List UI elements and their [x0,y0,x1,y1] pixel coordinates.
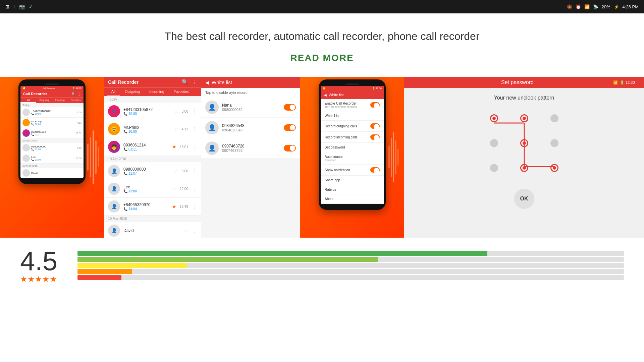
more-icon[interactable]: ⋮ [192,144,197,150]
toggle-incoming[interactable] [370,134,380,140]
svg-rect-2 [93,130,94,184]
settings-item: Auto source Cacorder [321,152,384,165]
panel-password: Set password 📶🔋 12:30 Your new unclook p… [404,77,644,238]
tab-incoming-1[interactable]: Incoming [52,98,68,103]
pattern-dot-9[interactable] [550,164,558,172]
toggle-outgoing[interactable] [370,123,380,129]
svg-rect-6 [391,138,392,177]
star-icon[interactable]: ☆ [184,228,188,233]
bar-bg [77,269,624,274]
settings-label: About [325,197,333,201]
tab-incoming-2[interactable]: Incoming [145,87,169,96]
rating-section: 4.5 ★★★★★ [0,238,644,294]
search-icon-2[interactable]: 🔍 [181,79,188,85]
more-icon-1[interactable]: ⋮ [77,92,81,96]
pattern-dot-7[interactable] [490,164,498,172]
star-icon[interactable]: ★ [172,204,176,209]
call-item: 👤 Lee 📞 13:00 ☆ 12:00 ⋮ [104,180,201,198]
avatar: 😊 [108,123,120,135]
toggle-contact3[interactable] [284,145,296,152]
battery-percent: 20% [602,4,610,9]
bar-bg [77,275,624,280]
more-icon[interactable]: ⋮ [192,108,197,115]
settings-item: Show notification [321,165,384,176]
tab-outgoing-1[interactable]: Outgoing [36,98,52,103]
whitelist-header: ◀ White list [201,77,300,88]
pattern-dot-6[interactable] [550,139,558,147]
app-name-label: Call Recorder [108,79,139,85]
read-more-button[interactable]: READ MORE [290,53,354,63]
settings-sub: Cacorder [325,159,342,162]
call-info: Lee 📞 13:00 [123,185,169,193]
panel-2-content: Call Recorder 🔍 ⋮ All Outgoing Incoming … [104,77,201,238]
panel-3-content: ◀ White list Tap to disable ayto record … [201,77,300,238]
more-icon[interactable]: ⋮ [192,168,197,174]
tab-favorites-2[interactable]: Favorites [169,87,194,96]
screenshots-section: 📶Call Recorder 🔋 12:30 Call Recorder 🔍 ⋮… [0,77,644,238]
star-icon[interactable]: ☆ [172,186,176,191]
more-icon[interactable]: ⋮ [192,203,197,210]
settings-label: White List [325,114,339,118]
toggle-contact2[interactable] [284,124,296,131]
pattern-dot-4[interactable] [490,139,498,147]
whitelist-item: 👤 0907463728 0907463728 [201,138,300,158]
more-icon[interactable]: ⋮ [192,126,197,132]
bar-bg [77,251,624,256]
tab-outgoing-2[interactable]: Outgoing [120,87,145,96]
waveform-4 [386,127,402,187]
tab-favorites-1[interactable]: Favorites [68,98,84,103]
toggle-enable[interactable] [370,102,380,108]
call-info: 0936061214 📞 01:11 [123,143,169,151]
back-icon-settings[interactable]: ◀ [324,93,327,97]
pattern-dot-3[interactable] [550,114,558,122]
tab-all-2[interactable]: All [107,87,120,96]
call-item: 👤 +84965320970 📞 14:04 ★ 15:49 ⋮ [104,198,201,216]
settings-label: Show notification [325,168,350,172]
ok-button[interactable]: OK [514,189,534,209]
panel-2-header: Call Recorder 🔍 ⋮ [104,77,201,87]
search-icon-1[interactable]: 🔍 [71,92,75,96]
call-time: 4:13 [182,127,188,131]
call-name: +84965320970 [123,202,169,207]
settings-item: Record incoming calls [321,132,384,143]
toggle-notification[interactable] [370,167,380,173]
settings-sub: Turn on automatic recoding [325,105,357,108]
panel-settings: 📶🔋 12:30 ◀ White list Enable Call Record… [300,77,404,238]
main-content: The best call recorder, automatic call r… [0,13,644,294]
call-number: 📞 16:00 [123,130,171,133]
bar-fill-1 [77,275,121,280]
more-icon[interactable]: ⋮ [192,228,197,234]
contact-name: Nana [222,103,280,108]
rating-bar-row-4 [77,257,624,262]
more-icon[interactable]: ⋮ [192,186,197,192]
settings-label: Set password [325,145,345,149]
status-bar-right: 🔕 ⏰ 📶 📡 20% ⚡ 4:26 PM [567,4,639,9]
call-time: 3:00 [182,110,188,113]
settings-label: Auto source [325,155,342,159]
pattern-dot-2[interactable] [520,114,528,122]
tab-all-1[interactable]: All [20,98,36,103]
toggle-nana[interactable] [284,104,296,111]
avatar: 👤 [108,225,120,237]
checkmark-icon: ✓ [29,4,33,9]
phone-screen-1: 📶Call Recorder 🔋 12:30 Call Recorder 🔍 ⋮… [20,86,84,178]
settings-item: Enable Call Recorder Turn on automatic r… [321,99,384,111]
back-arrow-icon[interactable]: ◀ [205,80,209,85]
more-icon-2[interactable]: ⋮ [192,79,197,85]
settings-label: Enable Call Recorder [325,102,357,105]
mute-icon: 🔕 [567,4,572,9]
star-icon[interactable]: ☆ [174,109,178,114]
star-icon[interactable]: ★ [172,144,176,149]
phone-tabs-1[interactable]: All Outgoing Incoming Favorites [20,98,84,103]
call-name: Mr.Philip [123,125,171,130]
settings-item: Record outgoing calls [321,121,384,132]
phone-toolbar-1: Call Recorder 🔍 ⋮ [20,90,84,98]
avatar: 👤 [205,101,219,114]
star-icon[interactable]: ☆ [174,126,178,132]
call-item: 👤 David ☆ ⋮ [104,222,201,238]
pattern-dot-5[interactable] [520,139,528,147]
pattern-dot-8[interactable] [520,164,528,172]
settings-item: Share app [321,176,384,185]
pattern-dot-1[interactable] [490,114,498,122]
star-icon[interactable]: ☆ [174,168,178,174]
